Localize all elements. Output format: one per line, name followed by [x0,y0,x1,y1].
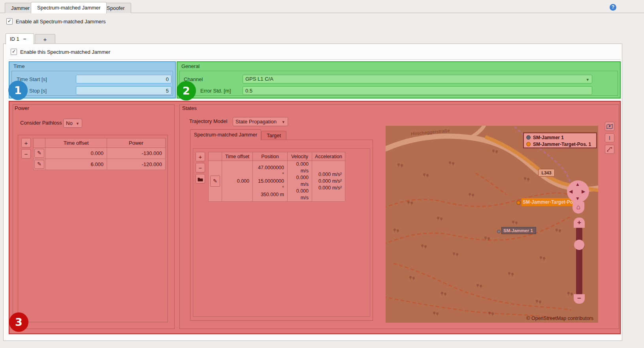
position-lon: 15.0000000 ° [256,178,284,191]
route-icon [606,147,613,152]
states-table-header-position: Position [253,152,288,161]
tab-add-jammer[interactable]: + [35,34,55,44]
states-add-row-button[interactable]: + [196,152,205,161]
measure-line-button[interactable] [605,133,614,142]
acceleration-z: 0.000 m/s² [315,185,342,191]
legend-item: SM-Jammer 1 [526,134,594,141]
tab-states-target[interactable]: Target [261,131,286,140]
annotation-badge-3: 3 [9,312,28,332]
chevron-down-icon: ▾ [282,117,284,127]
map-places-button[interactable] [605,122,614,131]
folder-icon [198,177,203,182]
map-zoom-slider-handle[interactable] [574,240,584,250]
states-table-header-velocity: Velocity [288,152,312,161]
legend-item: SM-Jammer-Target-Pos. 1 [526,141,594,148]
enable-all-checkbox[interactable]: ✓ [6,18,13,25]
power-table-header-time-offset: Time offset [45,138,107,148]
application-window: { "app": { "help_icon": "?" }, "top_tabs… [0,0,644,348]
power-row-power[interactable]: -120.000 [107,159,166,170]
power-table: Time offset Power ✎ 0.000 -130.000 ✎ 6.0… [33,138,166,170]
enable-this-row: ✓ Enable this Spectrum-matched Jammer [11,49,110,55]
tab-spectrum-matched-jammer-label: Spectrum-matched Jammer [37,5,100,11]
annotation-badge-1: 1 [8,81,28,100]
consider-pathloss-dropdown[interactable]: No ▾ [63,119,82,128]
states-table-header-time-offset: Time offset [222,152,253,161]
general-group: General Channel GPS L1 C/A ▾ Error Std. … [177,61,621,98]
table-row: ✎ 0.000 -130.000 [34,148,166,159]
states-row-time-offset[interactable]: 0.000 [222,161,253,202]
tab-spectrum-matched-jammer[interactable]: Spectrum-matched Jammer [31,2,107,13]
map-attribution[interactable]: © OpenStreetMap contributors [526,316,593,321]
states-table-region: + − Time offset Position Velocity Accele… [193,148,370,317]
position-alt: 350.000 m [256,191,284,198]
error-std-input[interactable] [243,86,592,95]
tab-states-sm-jammer[interactable]: Spectrum-matched Jammer [190,129,261,140]
channel-dropdown[interactable]: GPS L1 C/A ▾ [243,75,592,83]
target-marker-label[interactable]: SM-Jammer-Target-Pos. 1 [522,198,578,206]
tab-id-1[interactable]: ID 1 − [6,33,34,44]
consider-pathloss-value: No [66,120,73,126]
power-remove-row-button[interactable]: − [21,149,31,159]
velocity-z: 0.000 m/s [291,188,309,201]
table-row: ✎ 6.000 -120.000 [34,159,166,170]
pan-right-icon[interactable]: ▶ [582,189,585,194]
acceleration-x: 0.000 m/s² [315,171,342,178]
edit-row-icon[interactable]: ✎ [210,176,220,187]
power-table-region: + − Time offset Power ✎ 0.000 -130.000 ✎… [18,135,168,322]
time-stop-input[interactable] [76,86,171,95]
legend-label: SM-Jammer 1 [533,135,564,140]
power-add-row-button[interactable]: + [21,138,31,148]
table-row: ✎ 0.000 47.0000000 ° 15.0000000 ° 350.00… [209,161,345,202]
map-terrain [386,126,598,323]
road-ref-badge: L343 [538,169,555,177]
consider-pathloss-label: Consider Pathloss [20,120,62,126]
states-row-velocity[interactable]: 0.000 m/s 0.000 m/s 0.000 m/s [288,161,312,202]
measure-line-icon [606,135,613,141]
states-row-acceleration[interactable]: 0.000 m/s² 0.000 m/s² 0.000 m/s² [312,161,345,202]
map-canvas[interactable] [386,126,598,323]
states-group: States Trajectory Model State Propagatio… [179,104,619,329]
time-group-title: Time [13,63,24,69]
trajectory-model-label: Trajectory Model [189,118,227,124]
map-pan-control[interactable]: ▲ ▼ ◀ ▶ [567,180,589,202]
content-divider [9,59,621,60]
pan-down-icon[interactable]: ▼ [575,196,580,201]
route-button[interactable] [605,145,614,154]
velocity-x: 0.000 m/s [291,161,309,174]
power-row-time-offset[interactable]: 6.000 [45,159,107,170]
power-table-header-power: Power [107,138,166,148]
edit-row-icon[interactable]: ✎ [34,160,44,169]
map-zoom-in-button[interactable]: + [574,218,585,228]
jammer-marker-dot[interactable] [497,230,501,233]
tab-detach-icon[interactable]: − [23,36,26,42]
check-icon: ✓ [8,18,11,24]
states-remove-row-button[interactable]: − [196,163,205,172]
map-zoom-slider-track[interactable] [576,228,582,294]
general-group-title: General [181,63,200,69]
power-row-time-offset[interactable]: 0.000 [45,148,107,159]
enable-this-checkbox[interactable]: ✓ [11,49,17,55]
jammer-marker-label[interactable]: SM-Jammer 1 [501,227,536,234]
help-icon[interactable]: ? [610,4,616,11]
velocity-y: 0.000 m/s [291,174,309,188]
legend-label: SM-Jammer-Target-Pos. 1 [533,142,591,147]
map-home-button[interactable]: ⌂ [572,202,584,214]
map-view[interactable]: Hirscheggerstraße L343 SM-Jammer-Target-… [386,126,598,323]
pan-up-icon[interactable]: ▲ [575,182,580,187]
trajectory-model-dropdown[interactable]: State Propagation ▾ [233,117,288,126]
check-icon: ✓ [12,49,16,54]
time-start-input[interactable] [76,75,171,83]
map-places-icon [606,124,613,129]
chevron-down-icon: ▾ [586,75,589,84]
states-row-position[interactable]: 47.0000000 ° 15.0000000 ° 350.000 m [253,161,288,202]
open-file-button[interactable] [196,174,205,183]
position-lat: 47.0000000 ° [256,165,284,178]
power-states-region: Power Consider Pathloss No ▾ + − Time of… [9,101,621,334]
pan-left-icon[interactable]: ◀ [569,189,572,194]
map-zoom-out-button[interactable]: − [574,294,585,304]
target-marker-dot[interactable] [516,200,521,205]
edit-row-icon[interactable]: ✎ [34,149,44,158]
enable-all-row: ✓ Enable all Spectrum-matched Jammers [6,18,106,25]
power-row-power[interactable]: -130.000 [107,148,166,159]
channel-value: GPS L1 C/A [245,76,273,82]
